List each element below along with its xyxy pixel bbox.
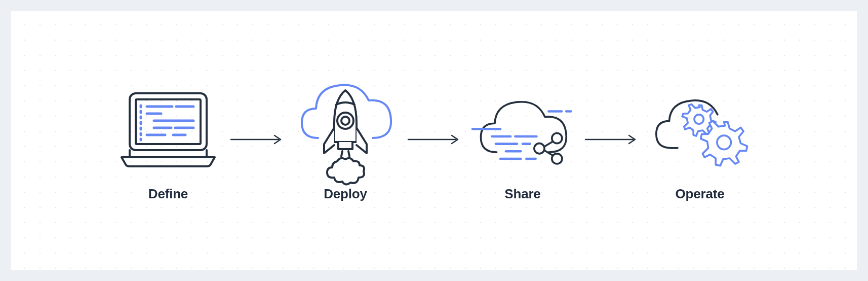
- svg-line-16: [341, 151, 342, 156]
- svg-point-33: [552, 153, 562, 163]
- svg-point-31: [534, 143, 544, 153]
- step-label: Operate: [676, 186, 725, 202]
- workflow-row: Define: [11, 80, 857, 202]
- cloud-gears-icon: [644, 80, 756, 181]
- laptop-code-icon: [112, 80, 224, 181]
- step-deploy: Deploy: [290, 80, 401, 202]
- svg-point-35: [694, 114, 703, 123]
- step-operate: Operate: [644, 80, 756, 202]
- diagram-canvas: Define: [11, 11, 857, 270]
- arrow-icon: [224, 89, 290, 192]
- step-label: Deploy: [324, 186, 367, 202]
- step-label: Share: [504, 186, 540, 202]
- svg-line-17: [348, 151, 349, 156]
- svg-point-15: [341, 117, 349, 125]
- step-share: Share: [467, 80, 578, 202]
- diagram-frame: Define: [0, 0, 868, 281]
- svg-point-32: [552, 133, 562, 143]
- svg-point-36: [717, 135, 731, 150]
- arrow-icon: [578, 89, 644, 192]
- arrow-icon: [401, 89, 467, 192]
- cloud-rocket-icon: [290, 80, 401, 181]
- step-label: Define: [148, 186, 188, 202]
- step-define: Define: [112, 80, 224, 202]
- cloud-share-icon: [467, 80, 578, 181]
